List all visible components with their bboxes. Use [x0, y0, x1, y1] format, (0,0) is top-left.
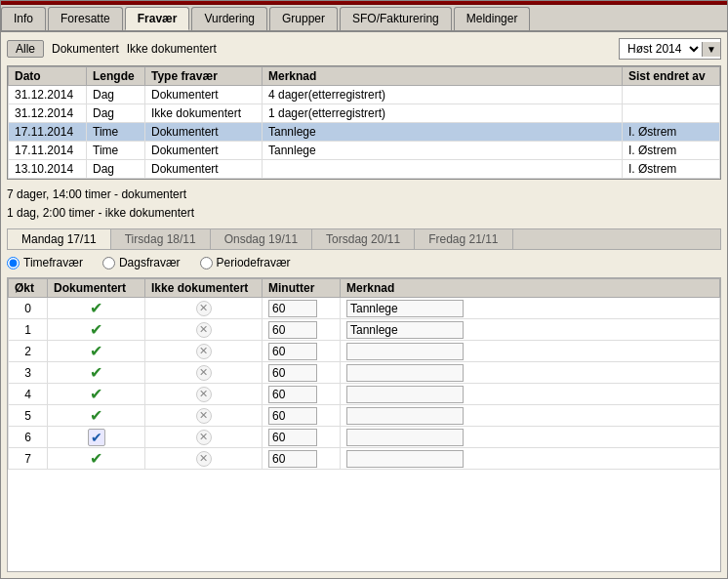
cell-okt: 6 — [9, 427, 48, 448]
x-icon[interactable]: ✕ — [196, 322, 212, 338]
green-check-icon[interactable]: ✔ — [88, 386, 105, 403]
blue-check-icon[interactable]: ✔ — [88, 429, 105, 446]
semester-select[interactable]: Høst 2014 Vår 2014 Høst 2013 — [620, 39, 702, 59]
th-type: Type fravær — [145, 67, 263, 86]
merknad-input-field[interactable] — [346, 364, 464, 382]
bottom-table-header-row: Økt Dokumentert Ikke dokumentert Minutte… — [9, 279, 720, 298]
minutes-input[interactable] — [268, 343, 317, 360]
cell-minutter — [263, 405, 341, 427]
tab-bar: Info Foresatte Fravær Vurdering Grupper … — [1, 5, 727, 32]
cell-okt: 3 — [9, 362, 48, 384]
merknad-input-field[interactable] — [346, 386, 464, 403]
x-icon[interactable]: ✕ — [196, 387, 212, 402]
x-icon[interactable]: ✕ — [196, 301, 212, 316]
bth-okt: Økt — [9, 279, 48, 298]
week-tab-mon[interactable]: Mandag 17/11 — [8, 229, 111, 249]
x-icon[interactable]: ✕ — [196, 430, 212, 445]
cell-sist — [623, 86, 720, 104]
radio-dagsfrav-label: Dagsfravær — [119, 256, 181, 269]
cell-dok: ✔ — [48, 427, 145, 448]
minutes-input[interactable] — [268, 386, 317, 403]
th-sist: Sist endret av — [623, 67, 720, 86]
green-check-icon[interactable]: ✔ — [88, 343, 105, 360]
cell-okt: 1 — [9, 319, 48, 341]
alle-button[interactable]: Alle — [7, 40, 44, 58]
semester-dropdown-container: Høst 2014 Vår 2014 Høst 2013 ▼ — [619, 38, 721, 60]
merknad-input-field[interactable] — [346, 429, 464, 446]
bottom-table-row: 6 ✔ ✕ — [9, 427, 720, 448]
minutes-input[interactable] — [268, 450, 317, 468]
tab-vurdering[interactable]: Vurdering — [191, 7, 267, 30]
cell-sist: I. Østrem — [623, 142, 720, 160]
radio-dagsfrav[interactable] — [102, 257, 115, 269]
cell-merknad-input — [341, 298, 720, 319]
merknad-input-field[interactable] — [346, 300, 464, 317]
table-row[interactable]: 17.11.2014 Time Dokumentert Tannlege I. … — [9, 123, 720, 142]
cell-sist: I. Østrem — [623, 160, 720, 179]
cell-dok: ✔ — [48, 319, 145, 341]
tab-meldinger[interactable]: Meldinger — [454, 7, 531, 30]
x-icon[interactable]: ✕ — [196, 408, 212, 424]
content-area: Alle Dokumentert Ikke dokumentert Høst 2… — [1, 32, 727, 578]
bottom-table-row: 5 ✔ ✕ — [9, 405, 720, 427]
cell-dato: 13.10.2014 — [9, 160, 87, 179]
table-row[interactable]: 31.12.2014 Dag Ikke dokumentert 1 dager(… — [9, 104, 720, 123]
cell-ikke-dok: ✕ — [145, 405, 263, 427]
radio-timefrav-option[interactable]: Timefravær — [7, 256, 83, 269]
th-lengde: Lengde — [87, 67, 145, 86]
cell-ikke-dok: ✕ — [145, 341, 263, 362]
tab-grupper[interactable]: Grupper — [269, 7, 338, 30]
radio-periodefrav-label: Periodefravær — [217, 256, 291, 269]
week-tab-thu[interactable]: Torsdag 20/11 — [312, 229, 415, 249]
x-icon[interactable]: ✕ — [196, 344, 212, 359]
merknad-input-field[interactable] — [346, 407, 464, 425]
cell-lengde: Dag — [87, 104, 145, 123]
cell-sist — [623, 104, 720, 123]
cell-ikke-dok: ✕ — [145, 427, 263, 448]
green-check-icon[interactable]: ✔ — [88, 450, 105, 468]
green-check-icon[interactable]: ✔ — [88, 321, 105, 339]
summary-line2: 1 dag, 2:00 timer - ikke dokumentert — [7, 204, 721, 223]
minutes-input[interactable] — [268, 364, 317, 382]
minutes-input[interactable] — [268, 321, 317, 339]
table-row[interactable]: 17.11.2014 Time Dokumentert Tannlege I. … — [9, 142, 720, 160]
absence-table-container: Dato Lengde Type fravær Merknad Sist end… — [7, 65, 721, 180]
summary-line1: 7 dager, 14:00 timer - dokumentert — [7, 186, 721, 204]
dropdown-arrow-icon[interactable]: ▼ — [702, 42, 720, 57]
merknad-input-field[interactable] — [346, 321, 464, 339]
merknad-input-field[interactable] — [346, 450, 464, 468]
minutes-input[interactable] — [268, 429, 317, 446]
cell-dok: ✔ — [48, 362, 145, 384]
tab-sfo[interactable]: SFO/Fakturering — [340, 7, 452, 30]
cell-merknad-input — [341, 427, 720, 448]
green-check-icon[interactable]: ✔ — [88, 364, 105, 382]
minutes-input[interactable] — [268, 300, 317, 317]
semester-dropdown-wrapper: Høst 2014 Vår 2014 Høst 2013 ▼ — [619, 38, 721, 60]
cell-minutter — [263, 298, 341, 319]
cell-lengde: Dag — [87, 160, 145, 179]
table-row[interactable]: 13.10.2014 Dag Dokumentert I. Østrem — [9, 160, 720, 179]
week-tab-fri[interactable]: Fredag 21/11 — [415, 229, 512, 249]
minutes-input[interactable] — [268, 407, 317, 425]
bth-dok: Dokumentert — [48, 279, 145, 298]
week-tab-tue[interactable]: Tirsdag 18/11 — [111, 229, 211, 249]
x-icon[interactable]: ✕ — [196, 451, 212, 467]
bottom-table-row: 0 ✔ ✕ — [9, 298, 720, 319]
x-icon[interactable]: ✕ — [196, 365, 212, 381]
merknad-input-field[interactable] — [346, 343, 464, 360]
radio-dagsfrav-option[interactable]: Dagsfravær — [102, 256, 181, 269]
table-row[interactable]: 31.12.2014 Dag Dokumentert 4 dager(etter… — [9, 86, 720, 104]
tab-info[interactable]: Info — [1, 7, 46, 30]
tab-fravar[interactable]: Fravær — [125, 7, 190, 30]
cell-minutter — [263, 319, 341, 341]
tab-foresatte[interactable]: Foresatte — [48, 7, 123, 30]
green-check-icon[interactable]: ✔ — [88, 300, 105, 317]
cell-minutter — [263, 341, 341, 362]
radio-periodefrav[interactable] — [200, 257, 213, 269]
week-tab-wed[interactable]: Onsdag 19/11 — [211, 229, 312, 249]
green-check-icon[interactable]: ✔ — [88, 407, 105, 425]
cell-merknad-input — [341, 448, 720, 470]
radio-timefrav[interactable] — [7, 257, 20, 269]
radio-periodefrav-option[interactable]: Periodefravær — [200, 256, 291, 269]
main-window: Info Foresatte Fravær Vurdering Grupper … — [0, 0, 728, 579]
